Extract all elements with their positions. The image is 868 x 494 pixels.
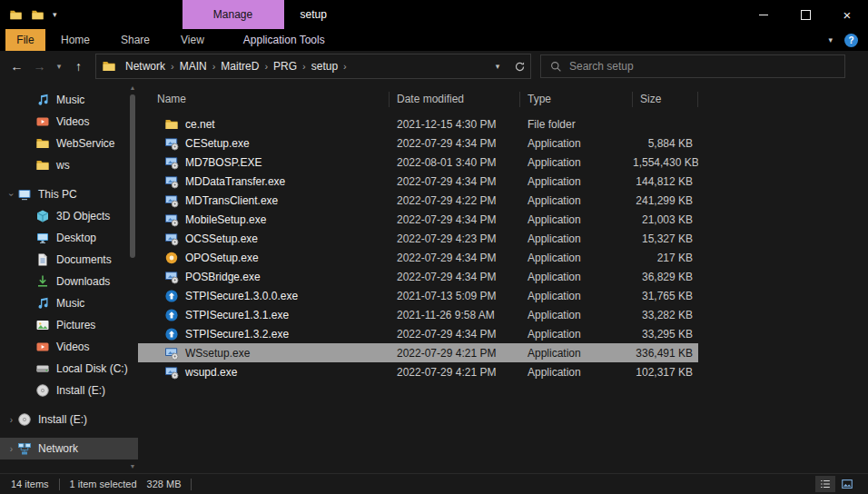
scrollbar-thumb[interactable] [130,94,135,258]
details-view-button[interactable] [815,476,835,492]
file-date-modified-cell: 2022-07-29 4:23 PM [390,232,520,245]
local-disk-icon [35,361,50,376]
recent-locations-chevron-icon[interactable]: ▾ [51,62,67,71]
breadcrumb-segment-setup[interactable]: setup [308,60,341,73]
sidebar-scrollbar[interactable]: ▲ ▼ [129,84,136,471]
secure-icon [164,308,179,322]
sidebar-item-label: Network [38,442,78,455]
column-header-name[interactable]: Name [138,92,390,107]
manage-tab[interactable]: Manage [182,0,284,29]
sidebar-item-videos[interactable]: Videos [0,336,138,358]
sidebar-item-this-pc[interactable]: ›This PC [0,183,138,205]
refresh-icon[interactable] [508,61,530,73]
close-button[interactable]: × [826,0,868,29]
sidebar-item-install-e[interactable]: ›Install (E:) [0,409,138,430]
statusbar-divider [59,479,60,490]
sidebar-item-music[interactable]: Music [0,89,138,111]
expand-chevron-icon[interactable]: › [5,415,17,425]
sidebar-item-downloads[interactable]: Downloads [0,271,138,292]
breadcrumb-segment-main[interactable]: MAIN [176,60,211,73]
file-date-modified-cell: 2022-07-29 4:21 PM [390,366,520,379]
file-tab[interactable]: File [5,29,45,51]
address-dropdown-chevron-icon[interactable]: ▾ [487,62,508,71]
sidebar-item-ws[interactable]: ws [0,154,138,176]
file-row-mdtransclient-exe[interactable]: MDTransClient.exe2022-07-29 4:22 PMAppli… [138,191,698,210]
breadcrumb-segment-network[interactable]: Network [122,60,169,73]
status-bar: 14 items 1 item selected 328 MB [0,473,868,494]
file-row-md7bosp-exe[interactable]: MD7BOSP.EXE2022-08-01 3:40 PMApplication… [138,153,698,172]
scrollbar-track[interactable] [129,93,136,462]
expand-ribbon-chevron-icon[interactable]: ▾ [828,35,833,44]
column-header-size[interactable]: Size [633,92,698,107]
maximize-button[interactable] [784,0,826,29]
tab-home[interactable]: Home [45,29,105,51]
file-row-stpisecure1-3-0-0-exe[interactable]: STPISecure1.3.0.0.exe2021-07-13 5:09 PMA… [138,286,698,305]
sidebar-item-label: Pictures [56,319,95,331]
large-icons-view-button[interactable] [837,476,857,492]
maximize-icon [801,10,811,20]
3d-objects-icon [35,209,50,223]
file-row-stpisecure1-3-2-exe[interactable]: STPISecure1.3.2.exe2022-07-29 4:34 PMApp… [138,324,698,343]
sidebar-item-label: ws [56,159,70,172]
breadcrumb-segment-prg[interactable]: PRG [270,60,301,73]
breadcrumb-chevron-icon[interactable]: › [262,61,270,72]
sidebar-item-3d-objects[interactable]: 3D Objects [0,205,138,227]
breadcrumb-chevron-icon[interactable]: › [341,61,349,72]
title-bar: ▾ Manage setup × [0,0,868,29]
breadcrumb-chevron-icon[interactable]: › [211,61,218,72]
installer-icon [164,346,179,361]
file-row-oposetup-exe[interactable]: OPOSetup.exe2022-07-29 4:34 PMApplicatio… [138,248,698,267]
file-row-ocssetup-exe[interactable]: OCSSetup.exe2022-07-29 4:23 PMApplicatio… [138,229,698,248]
sidebar-item-network[interactable]: ›Network [0,438,138,459]
file-row-cesetup-exe[interactable]: CESetup.exe2022-07-29 4:34 PMApplication… [138,133,698,153]
file-row-posbridge-exe[interactable]: POSBridge.exe2022-07-29 4:34 PMApplicati… [138,267,698,286]
tab-share[interactable]: Share [105,29,165,51]
expand-chevron-icon[interactable]: › [6,189,16,201]
search-input[interactable] [569,60,835,73]
sidebar-item-desktop[interactable]: Desktop [0,227,138,249]
sidebar-item-install-e[interactable]: Install (E:) [0,380,138,401]
scroll-down-arrow-icon[interactable]: ▼ [130,462,136,471]
breadcrumb-chevron-icon[interactable]: › [169,61,176,72]
address-bar[interactable]: Network›MAIN›MaitreD›PRG›setup› ▾ [95,54,531,79]
column-header-date-modified[interactable]: Date modified [390,92,520,107]
file-name-cell: wsupd.exe [138,365,390,380]
file-size-cell: 102,317 KB [633,366,698,379]
quick-access-toolbar-chevron-icon[interactable]: ▾ [53,10,57,19]
quick-access-folder-icon[interactable] [31,8,44,22]
column-header-type[interactable]: Type [520,92,633,107]
search-box[interactable] [540,54,845,78]
breadcrumb-segment-maitred[interactable]: MaitreD [217,60,262,73]
file-row-wsupd-exe[interactable]: wsupd.exe2022-07-29 4:21 PMApplication10… [138,362,698,381]
file-row-wssetup-exe[interactable]: WSsetup.exe2022-07-29 4:21 PMApplication… [138,343,698,362]
sidebar-item-local-disk-c[interactable]: Local Disk (C:) [0,358,138,380]
minimize-button[interactable] [743,0,784,29]
tab-view[interactable]: View [165,29,220,51]
up-button[interactable]: ↑ [67,59,90,74]
sidebar-item-label: Videos [56,341,89,353]
sidebar-item-videos[interactable]: Videos [0,111,138,133]
desktop-icon [35,231,50,245]
sidebar-item-music[interactable]: Music [0,292,138,314]
help-icon[interactable]: ? [844,34,858,47]
sidebar-item-pictures[interactable]: Pictures [0,314,138,336]
file-row-ce-net[interactable]: ce.net2021-12-15 4:30 PMFile folder [138,114,698,133]
scroll-up-arrow-icon[interactable]: ▲ [130,84,136,93]
sidebar-item-webservice[interactable]: WebService [0,133,138,154]
file-size-cell: 33,282 KB [633,309,698,321]
breadcrumb-chevron-icon[interactable]: › [301,61,308,72]
expand-chevron-icon[interactable]: › [5,444,17,454]
tab-application-tools[interactable]: Application Tools [231,29,338,51]
music-icon [35,93,50,107]
file-row-stpisecure1-3-1-exe[interactable]: STPISecure1.3.1.exe2021-11-26 9:58 AMApp… [138,305,698,324]
quick-access-toolbar: ▾ [0,0,66,29]
file-row-mddatatransfer-exe[interactable]: MDDataTransfer.exe2022-07-29 4:34 PMAppl… [138,172,698,191]
sidebar-item-label: 3D Objects [56,210,110,222]
sidebar-item-documents[interactable]: Documents [0,249,138,271]
file-name-cell: OPOSetup.exe [138,251,390,265]
file-type-cell: Application [520,252,633,264]
file-row-mobilesetup-exe[interactable]: MobileSetup.exe2022-07-29 4:34 PMApplica… [138,210,698,229]
file-size-cell: 15,327 KB [633,232,698,245]
forward-button[interactable]: → [28,59,51,74]
back-button[interactable]: ← [5,59,28,74]
